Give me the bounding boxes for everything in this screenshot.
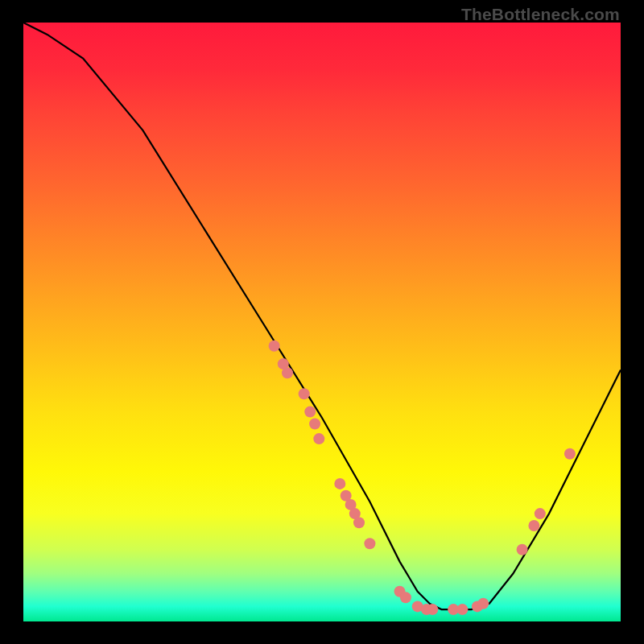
data-marker [309, 419, 320, 430]
data-marker [427, 604, 438, 615]
curve-markers [269, 341, 576, 615]
data-marker [353, 517, 365, 528]
data-marker [299, 388, 310, 399]
data-marker [456, 604, 468, 615]
data-marker [364, 538, 375, 549]
data-marker [477, 598, 489, 609]
data-marker [313, 433, 324, 444]
data-marker [269, 341, 280, 352]
data-marker [535, 508, 546, 519]
chart-svg [23, 23, 621, 621]
data-marker [528, 520, 539, 531]
chart-container: TheBottleneck.com [0, 0, 644, 644]
data-marker [564, 448, 576, 460]
data-marker [282, 367, 293, 378]
data-marker [517, 544, 528, 555]
data-marker [334, 478, 345, 489]
watermark-text: TheBottleneck.com [461, 5, 620, 24]
data-marker [304, 407, 316, 418]
data-marker [400, 592, 411, 603]
